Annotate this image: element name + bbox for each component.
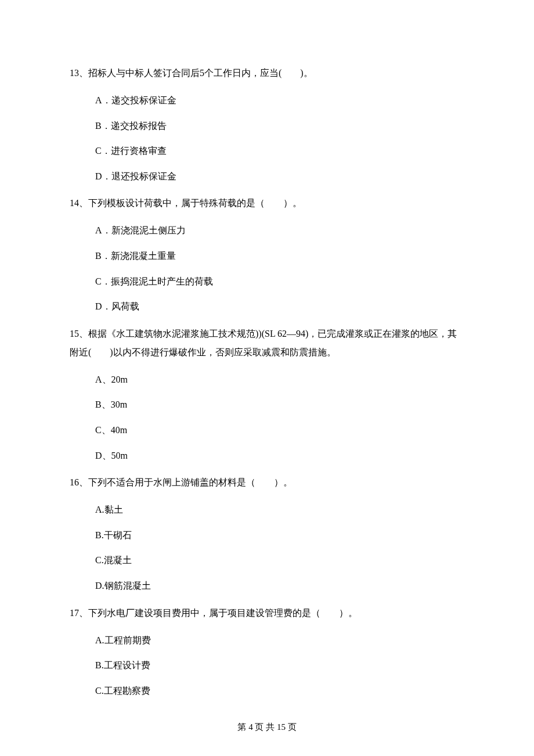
page-footer: 第 4 页 共 15 页 — [0, 720, 534, 734]
option-d: D、50m — [95, 448, 464, 463]
question-number: 14、 — [70, 198, 88, 208]
option-b: B．新浇混凝土重量 — [95, 249, 464, 264]
question-13: 13、招标人与中标人签订合同后5个工作日内，应当( )。 A．递交投标保证金 B… — [70, 64, 464, 183]
question-text: 17、下列水电厂建设项目费用中，属于项目建设管理费的是（ ）。 — [70, 604, 464, 622]
option-b: B．递交投标报告 — [95, 118, 464, 134]
question-15: 15、根据《水工建筑物水泥灌浆施工技术规范))(SL 62—94)，已完成灌浆或… — [70, 325, 464, 463]
option-c: C、40m — [95, 423, 464, 438]
option-b: B.干砌石 — [95, 528, 464, 543]
options-list: A.工程前期费 B.工程设计费 C.工程勘察费 — [70, 633, 464, 699]
options-list: A、20m B、30m C、40m D、50m — [70, 372, 464, 463]
option-d: D.钢筋混凝土 — [95, 578, 464, 593]
option-b: B、30m — [95, 397, 464, 412]
option-a: A．递交投标保证金 — [95, 93, 464, 108]
question-14: 14、下列模板设计荷载中，属于特殊荷载的是（ ）。 A．新浇混泥土侧压力 B．新… — [70, 194, 464, 314]
question-body: 下列模板设计荷载中，属于特殊荷载的是（ ）。 — [88, 198, 302, 208]
question-number: 15、 — [70, 329, 88, 339]
option-c: C．进行资格审查 — [95, 143, 464, 159]
question-text: 13、招标人与中标人签订合同后5个工作日内，应当( )。 — [70, 64, 464, 82]
option-b: B.工程设计费 — [95, 658, 464, 673]
option-a: A．新浇混泥土侧压力 — [95, 223, 464, 238]
option-a: A.黏土 — [95, 502, 464, 517]
option-d: D．风荷载 — [95, 299, 464, 314]
option-d: D．退还投标保证金 — [95, 169, 464, 184]
question-number: 16、 — [70, 477, 88, 487]
option-c: C．振捣混泥土时产生的荷载 — [95, 274, 464, 289]
option-c: C.混凝土 — [95, 553, 464, 568]
question-number: 17、 — [70, 608, 88, 618]
question-body: 招标人与中标人签订合同后5个工作日内，应当( )。 — [88, 68, 313, 78]
question-text: 14、下列模板设计荷载中，属于特殊荷载的是（ ）。 — [70, 194, 464, 213]
question-text: 16、下列不适合用于水闸上游铺盖的材料是（ ）。 — [70, 473, 464, 492]
options-list: A．新浇混泥土侧压力 B．新浇混凝土重量 C．振捣混泥土时产生的荷载 D．风荷载 — [70, 223, 464, 314]
question-body: 下列水电厂建设项目费用中，属于项目建设管理费的是（ ）。 — [88, 608, 358, 618]
question-16: 16、下列不适合用于水闸上游铺盖的材料是（ ）。 A.黏土 B.干砌石 C.混凝… — [70, 473, 464, 593]
question-text: 15、根据《水工建筑物水泥灌浆施工技术规范))(SL 62—94)，已完成灌浆或… — [70, 325, 464, 362]
option-a: A、20m — [95, 372, 464, 387]
option-c: C.工程勘察费 — [95, 683, 464, 699]
options-list: A．递交投标保证金 B．递交投标报告 C．进行资格审查 D．退还投标保证金 — [70, 93, 464, 183]
question-body: 下列不适合用于水闸上游铺盖的材料是（ ）。 — [88, 477, 293, 487]
question-body: 根据《水工建筑物水泥灌浆施工技术规范))(SL 62—94)，已完成灌浆或正在灌… — [70, 329, 457, 357]
option-a: A.工程前期费 — [95, 633, 464, 648]
question-17: 17、下列水电厂建设项目费用中，属于项目建设管理费的是（ ）。 A.工程前期费 … — [70, 604, 464, 699]
options-list: A.黏土 B.干砌石 C.混凝土 D.钢筋混凝土 — [70, 502, 464, 593]
question-number: 13、 — [70, 68, 88, 78]
